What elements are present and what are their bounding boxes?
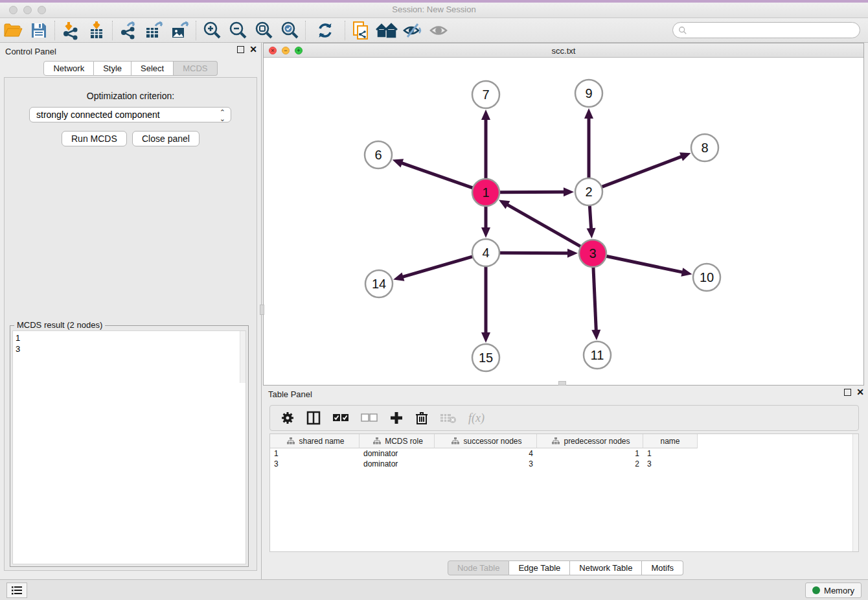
graph-edge-1-2[interactable] bbox=[499, 192, 565, 192]
graph-edge-3-10[interactable] bbox=[606, 256, 683, 272]
control-panel-header: Control Panel ✕ bbox=[0, 43, 261, 60]
table-cell[interactable]: 1 bbox=[270, 448, 360, 459]
search-input[interactable] bbox=[687, 25, 860, 35]
add-row-icon[interactable] bbox=[389, 411, 404, 425]
mcds-result-scrollbar[interactable] bbox=[240, 331, 246, 383]
zoom-selected-icon[interactable] bbox=[277, 19, 303, 41]
table-cell[interactable]: 3 bbox=[270, 459, 360, 469]
hide-selected-eye-icon[interactable] bbox=[400, 19, 426, 41]
close-panel-icon[interactable]: ✕ bbox=[249, 46, 257, 53]
gear-icon[interactable] bbox=[280, 411, 295, 425]
clone-network-icon[interactable] bbox=[348, 19, 374, 41]
network-window-titlebar[interactable]: × − + scc.txt bbox=[264, 43, 863, 58]
table-row[interactable]: 3dominator323 bbox=[270, 459, 858, 469]
list-icon bbox=[11, 585, 23, 595]
home-icon[interactable] bbox=[374, 19, 400, 41]
search-field[interactable] bbox=[672, 22, 860, 38]
control-panel: Control Panel ✕ Network Style Select MCD… bbox=[0, 43, 262, 579]
table-cell[interactable]: 1 bbox=[643, 448, 698, 459]
table-header-row: shared nameMCDS rolesuccessor nodesprede… bbox=[270, 434, 858, 448]
mcds-result-text[interactable]: 1 3 bbox=[12, 330, 246, 564]
column-header-MCDS-role[interactable]: MCDS role bbox=[360, 434, 435, 448]
table-cell[interactable]: 4 bbox=[435, 448, 537, 459]
toolbar-separator bbox=[112, 21, 113, 40]
export-image-icon[interactable] bbox=[167, 19, 193, 41]
tab-mcds[interactable]: MCDS bbox=[174, 61, 217, 76]
table-cell[interactable]: 2 bbox=[537, 459, 643, 469]
memory-button[interactable]: Memory bbox=[805, 583, 862, 598]
graph-edge-2-3[interactable] bbox=[589, 205, 591, 229]
graph-node-label-1: 1 bbox=[482, 185, 489, 200]
graph-node-label-3: 3 bbox=[589, 246, 596, 260]
import-table-icon[interactable] bbox=[84, 19, 109, 41]
table-cell[interactable]: 3 bbox=[643, 459, 698, 469]
graph-edge-2-8[interactable] bbox=[602, 156, 683, 187]
close-table-panel-icon[interactable]: ✕ bbox=[856, 389, 864, 396]
table-scrollbar[interactable] bbox=[852, 434, 858, 551]
status-bar: Memory bbox=[0, 579, 868, 600]
graph-edge-arrowhead bbox=[584, 108, 593, 119]
task-history-button[interactable] bbox=[6, 583, 27, 598]
tab-motifs[interactable]: Motifs bbox=[642, 560, 683, 575]
zoom-fit-icon[interactable] bbox=[251, 19, 277, 41]
toolbar-separator bbox=[54, 21, 55, 40]
horizontal-splitter-handle[interactable] bbox=[558, 381, 566, 386]
network-window-title: scc.txt bbox=[264, 46, 863, 56]
column-header-predecessor-nodes[interactable]: predecessor nodes bbox=[537, 434, 643, 448]
close-panel-button[interactable]: Close panel bbox=[132, 131, 200, 146]
graph-edge-arrowhead bbox=[481, 332, 490, 343]
export-network-icon[interactable] bbox=[115, 19, 141, 41]
toolbar-separator bbox=[196, 21, 196, 40]
function-builder-icon: f(x) bbox=[468, 411, 485, 425]
graph-edge-3-1[interactable] bbox=[507, 204, 581, 246]
zoom-in-icon[interactable] bbox=[199, 19, 225, 41]
tab-node-table[interactable]: Node Table bbox=[448, 560, 510, 575]
graph-edge-arrowhead bbox=[393, 159, 404, 167]
table-row[interactable]: 1dominator411 bbox=[270, 448, 858, 459]
vertical-splitter-handle[interactable] bbox=[260, 305, 264, 315]
node-table: shared nameMCDS rolesuccessor nodesprede… bbox=[269, 433, 859, 552]
tab-network[interactable]: Network bbox=[43, 61, 94, 76]
deselect-all-icon[interactable] bbox=[361, 413, 378, 422]
tab-select[interactable]: Select bbox=[131, 61, 174, 76]
graph-edge-arrowhead bbox=[481, 227, 490, 238]
graph-edge-4-14[interactable] bbox=[402, 257, 473, 277]
table-cell[interactable]: 1 bbox=[537, 448, 643, 459]
select-all-icon[interactable] bbox=[332, 413, 349, 422]
tab-network-table[interactable]: Network Table bbox=[570, 560, 642, 575]
table-cell[interactable]: dominator bbox=[360, 459, 435, 469]
export-table-icon[interactable] bbox=[141, 19, 167, 41]
refresh-icon[interactable] bbox=[312, 19, 338, 41]
open-folder-icon[interactable] bbox=[0, 19, 26, 41]
delete-row-icon[interactable] bbox=[415, 411, 428, 425]
table-cell[interactable]: 3 bbox=[435, 459, 537, 469]
graph-edge-3-11[interactable] bbox=[593, 267, 596, 331]
graph-edge-1-6[interactable] bbox=[401, 163, 473, 188]
table-cell[interactable]: dominator bbox=[360, 448, 435, 459]
zoom-out-icon[interactable] bbox=[225, 19, 251, 41]
float-table-panel-icon[interactable] bbox=[844, 389, 851, 396]
table-tabs: Node Table Edge Table Network Table Moti… bbox=[263, 560, 868, 575]
show-columns-icon[interactable] bbox=[306, 411, 321, 425]
toolbar-separator bbox=[345, 21, 345, 40]
toolbar-separator bbox=[305, 21, 306, 40]
network-graph-canvas[interactable]: 7968124314101511 bbox=[264, 58, 863, 385]
run-mcds-button[interactable]: Run MCDS bbox=[62, 131, 127, 146]
tab-style[interactable]: Style bbox=[94, 61, 131, 76]
graph-edge-arrowhead bbox=[591, 330, 600, 340]
column-header-name[interactable]: name bbox=[643, 434, 698, 448]
column-header-successor-nodes[interactable]: successor nodes bbox=[435, 434, 537, 448]
mcds-result-title: MCDS result (2 nodes) bbox=[14, 320, 105, 330]
save-session-icon[interactable] bbox=[26, 19, 52, 41]
column-header-shared-name[interactable]: shared name bbox=[270, 434, 360, 448]
graph-edge-arrowhead bbox=[393, 272, 404, 281]
float-panel-icon[interactable] bbox=[237, 46, 244, 53]
graph-edge-4-3[interactable] bbox=[499, 253, 569, 253]
show-selected-eye-icon[interactable] bbox=[426, 19, 451, 41]
graph-edge-arrowhead bbox=[564, 187, 574, 196]
graph-node-label-9: 9 bbox=[585, 86, 592, 100]
tab-edge-table[interactable]: Edge Table bbox=[509, 560, 570, 575]
graph-node-label-10: 10 bbox=[700, 270, 714, 284]
import-network-icon[interactable] bbox=[58, 19, 84, 41]
optimization-criterion-select[interactable]: strongly connected component ⌃⌄ bbox=[29, 107, 231, 122]
